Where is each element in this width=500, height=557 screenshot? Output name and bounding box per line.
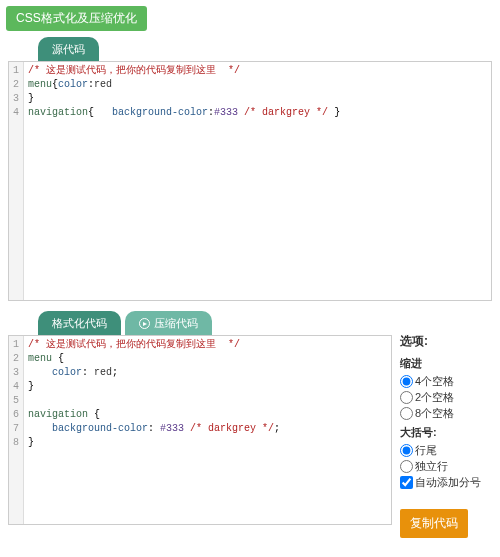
tab-source[interactable]: 源代码 (38, 37, 99, 61)
semicolon-label: 自动添加分号 (415, 475, 481, 490)
tab-compress-label: 压缩代码 (154, 316, 198, 331)
semicolon-checkbox[interactable] (400, 476, 413, 489)
indent-label: 2个空格 (415, 390, 454, 405)
indent-option: 4个空格 (400, 374, 492, 389)
brace-label: 行尾 (415, 443, 437, 458)
source-panel: 源代码 1234 /* 这是测试代码，把你的代码复制到这里 */menu{col… (8, 37, 492, 301)
options-panel: 选项: 缩进 4个空格 2个空格 8个空格 大括号: 行尾 独立行 自动添加分号 (400, 311, 492, 538)
semicolon-option: 自动添加分号 (400, 475, 492, 490)
output-panel: 格式化代码 压缩代码 12345678 /* 这是测试代码，把你的代码复制到这里… (8, 311, 392, 538)
indent-option: 8个空格 (400, 406, 492, 421)
page-title: CSS格式化及压缩优化 (6, 6, 147, 31)
options-heading: 选项: (400, 333, 492, 350)
output-code: /* 这是测试代码，把你的代码复制到这里 */menu { color: red… (24, 336, 391, 524)
brace-option: 行尾 (400, 443, 492, 458)
brace-option: 独立行 (400, 459, 492, 474)
source-gutter: 1234 (9, 62, 24, 300)
tab-format[interactable]: 格式化代码 (38, 311, 121, 335)
play-icon (139, 318, 150, 329)
indent-option: 2个空格 (400, 390, 492, 405)
source-editor[interactable]: 1234 /* 这是测试代码，把你的代码复制到这里 */menu{color:r… (8, 61, 492, 301)
brace-radio[interactable] (400, 460, 413, 473)
source-code[interactable]: /* 这是测试代码，把你的代码复制到这里 */menu{color:red}na… (24, 62, 491, 300)
brace-title: 大括号: (400, 425, 492, 440)
brace-label: 独立行 (415, 459, 448, 474)
brace-radio[interactable] (400, 444, 413, 457)
indent-radio[interactable] (400, 407, 413, 420)
indent-label: 8个空格 (415, 406, 454, 421)
output-editor[interactable]: 12345678 /* 这是测试代码，把你的代码复制到这里 */menu { c… (8, 335, 392, 525)
copy-button[interactable]: 复制代码 (400, 509, 468, 538)
indent-title: 缩进 (400, 356, 492, 371)
output-gutter: 12345678 (9, 336, 24, 524)
tab-compress[interactable]: 压缩代码 (125, 311, 212, 335)
indent-radio[interactable] (400, 391, 413, 404)
indent-radio[interactable] (400, 375, 413, 388)
indent-label: 4个空格 (415, 374, 454, 389)
